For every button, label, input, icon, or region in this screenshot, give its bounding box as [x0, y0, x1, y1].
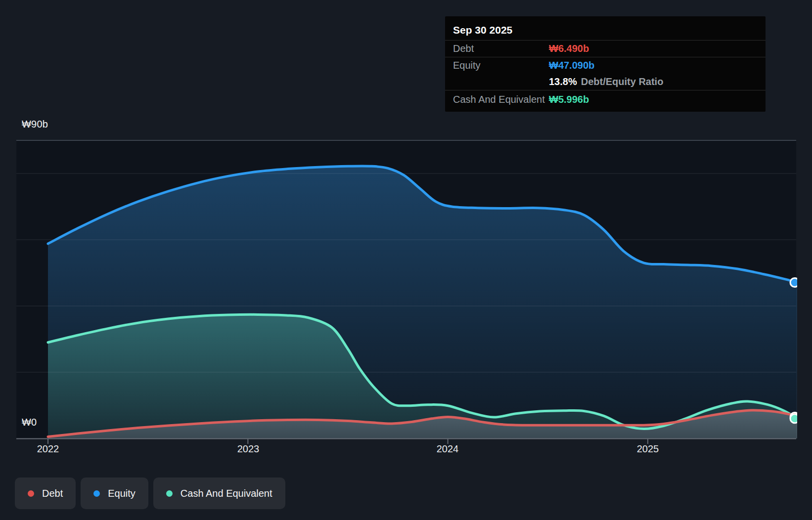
- y-axis-zero-label: ₩0: [22, 417, 37, 428]
- tooltip-row-debt: Debt ₩6.490b: [445, 41, 766, 57]
- equity-dot-icon: [93, 490, 100, 497]
- tooltip-equity-label: Equity: [453, 60, 549, 71]
- legend-cash-label: Cash And Equivalent: [180, 488, 272, 499]
- page: ₩90b ₩0 2022 2023 2024 2025 Sep 30 2025 …: [0, 0, 812, 520]
- legend-item-equity[interactable]: Equity: [81, 477, 148, 509]
- tooltip-row-cash: Cash And Equivalent ₩5.996b: [445, 90, 766, 108]
- y-axis-max-label: ₩90b: [22, 119, 48, 130]
- tooltip-ratio-value: 13.8%: [549, 76, 577, 87]
- tooltip-debt-label: Debt: [453, 43, 549, 54]
- x-tick-label-2024: 2024: [425, 443, 470, 455]
- endpoint-marker-equity: [790, 278, 799, 287]
- tooltip-date: Sep 30 2025: [445, 16, 766, 41]
- legend-item-cash[interactable]: Cash And Equivalent: [153, 477, 285, 509]
- x-tick-label-2025: 2025: [626, 443, 670, 455]
- tooltip-cash-value: ₩5.996b: [549, 94, 589, 105]
- legend-debt-label: Debt: [42, 488, 63, 499]
- debt-dot-icon: [28, 490, 34, 497]
- tooltip-debt-value: ₩6.490b: [549, 43, 589, 54]
- tooltip-equity-value: ₩47.090b: [549, 60, 594, 71]
- legend: Debt Equity Cash And Equivalent: [15, 477, 285, 509]
- tooltip-row-equity: Equity ₩47.090b: [445, 57, 766, 74]
- endpoint-marker-cash-and-equivalent: [790, 414, 799, 423]
- tooltip-cash-label: Cash And Equivalent: [453, 94, 549, 105]
- tooltip: Sep 30 2025 Debt ₩6.490b Equity ₩47.090b…: [445, 16, 766, 112]
- legend-item-debt[interactable]: Debt: [15, 477, 76, 509]
- cash-dot-icon: [166, 490, 173, 497]
- x-tick-label-2022: 2022: [26, 443, 70, 455]
- legend-equity-label: Equity: [108, 488, 135, 499]
- tooltip-row-ratio: 13.8% Debt/Equity Ratio: [445, 74, 766, 90]
- x-tick-label-2023: 2023: [226, 443, 271, 455]
- tooltip-ratio-label: Debt/Equity Ratio: [581, 76, 664, 87]
